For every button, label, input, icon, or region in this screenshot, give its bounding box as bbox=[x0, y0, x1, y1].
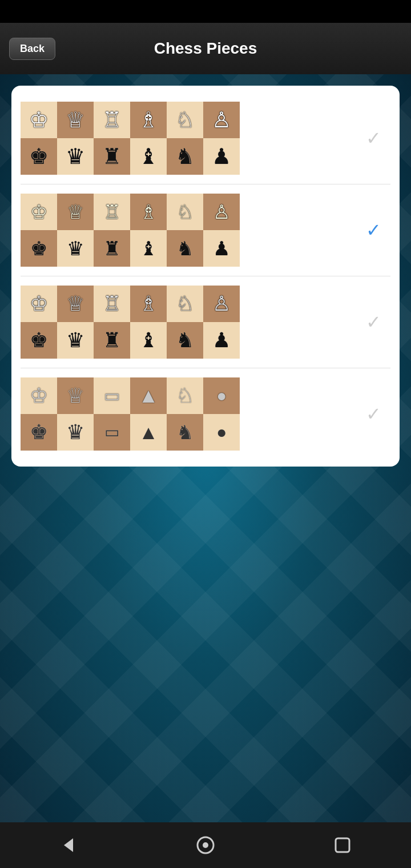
checkmark-3: ✓ bbox=[356, 311, 390, 333]
cell-4-3: ▭ bbox=[94, 377, 130, 414]
cell-1-8: ♛ bbox=[57, 138, 94, 175]
piece-set-1-bottom-row: ♚ ♛ ♜ ♝ ♞ ♟ bbox=[21, 138, 356, 175]
piece-set-row-3[interactable]: ♔ ♕ ♖ ♗ ♘ ♙ ♚ ♛ ♜ ♝ ♞ ♟ ✓ bbox=[21, 276, 390, 368]
cell-4-7: ♚ bbox=[21, 414, 57, 451]
cell-1-7: ♚ bbox=[21, 138, 57, 175]
checkmark-4: ✓ bbox=[356, 403, 390, 425]
page-title: Chess Pieces bbox=[154, 39, 257, 58]
cell-2-4: ♗ bbox=[130, 194, 167, 230]
cell-4-6: ● bbox=[203, 377, 240, 414]
cell-2-8: ♛ bbox=[57, 230, 94, 267]
cell-4-4: ▲ bbox=[130, 377, 167, 414]
cell-3-9: ♜ bbox=[94, 322, 130, 359]
cell-4-8: ♛ bbox=[57, 414, 94, 451]
header: Back Chess Pieces bbox=[0, 23, 411, 74]
cell-1-5: ♘ bbox=[167, 102, 203, 138]
cell-3-4: ♗ bbox=[130, 286, 167, 322]
status-bar bbox=[0, 0, 411, 23]
cell-2-2: ♕ bbox=[57, 194, 94, 230]
cell-2-7: ♚ bbox=[21, 230, 57, 267]
checkmark-1: ✓ bbox=[356, 127, 390, 149]
cell-2-6: ♙ bbox=[203, 194, 240, 230]
nav-home-button[interactable] bbox=[188, 828, 223, 862]
cell-1-2: ♕ bbox=[57, 102, 94, 138]
piece-set-4-bottom-row: ♚ ♛ ▭ ▲ ♞ ● bbox=[21, 414, 356, 451]
cell-4-10: ▲ bbox=[130, 414, 167, 451]
cell-2-1: ♔ bbox=[21, 194, 57, 230]
cell-2-5: ♘ bbox=[167, 194, 203, 230]
cell-1-3: ♖ bbox=[94, 102, 130, 138]
piece-set-3-top-row: ♔ ♕ ♖ ♗ ♘ ♙ bbox=[21, 286, 356, 322]
back-button[interactable]: Back bbox=[9, 38, 55, 60]
cell-2-10: ♝ bbox=[130, 230, 167, 267]
cell-3-8: ♛ bbox=[57, 322, 94, 359]
svg-marker-0 bbox=[64, 838, 73, 852]
piece-set-image-3: ♔ ♕ ♖ ♗ ♘ ♙ ♚ ♛ ♜ ♝ ♞ ♟ bbox=[21, 286, 356, 359]
nav-recent-button[interactable] bbox=[325, 828, 360, 862]
svg-rect-3 bbox=[336, 838, 349, 852]
piece-set-row-1[interactable]: ♔ ♕ ♖ ♗ ♘ ♙ ♚ ♛ ♜ ♝ ♞ ♟ ✓ bbox=[21, 93, 390, 184]
piece-set-image-2: ♔ ♕ ♖ ♗ ♘ ♙ ♚ ♛ ♜ ♝ ♞ ♟ bbox=[21, 194, 356, 267]
cell-4-12: ● bbox=[203, 414, 240, 451]
cell-3-11: ♞ bbox=[167, 322, 203, 359]
piece-set-image-1: ♔ ♕ ♖ ♗ ♘ ♙ ♚ ♛ ♜ ♝ ♞ ♟ bbox=[21, 102, 356, 175]
piece-sets-card: ♔ ♕ ♖ ♗ ♘ ♙ ♚ ♛ ♜ ♝ ♞ ♟ ✓ bbox=[11, 86, 400, 467]
recent-nav-icon bbox=[335, 837, 350, 853]
cell-3-12: ♟ bbox=[203, 322, 240, 359]
cell-3-2: ♕ bbox=[57, 286, 94, 322]
piece-set-row-2[interactable]: ♔ ♕ ♖ ♗ ♘ ♙ ♚ ♛ ♜ ♝ ♞ ♟ ✓ bbox=[21, 184, 390, 276]
cell-1-4: ♗ bbox=[130, 102, 167, 138]
nav-back-button[interactable] bbox=[51, 828, 86, 862]
piece-set-image-4: ♔ ♕ ▭ ▲ ♘ ● ♚ ♛ ▭ ▲ ♞ ● bbox=[21, 377, 356, 451]
cell-4-1: ♔ bbox=[21, 377, 57, 414]
cell-1-11: ♞ bbox=[167, 138, 203, 175]
cell-3-5: ♘ bbox=[167, 286, 203, 322]
svg-point-2 bbox=[203, 842, 208, 848]
cell-1-1: ♔ bbox=[21, 102, 57, 138]
piece-set-row-4[interactable]: ♔ ♕ ▭ ▲ ♘ ● ♚ ♛ ▭ ▲ ♞ ● ✓ bbox=[21, 368, 390, 460]
cell-1-9: ♜ bbox=[94, 138, 130, 175]
cell-4-5: ♘ bbox=[167, 377, 203, 414]
piece-set-2-top-row: ♔ ♕ ♖ ♗ ♘ ♙ bbox=[21, 194, 356, 230]
piece-set-3-bottom-row: ♚ ♛ ♜ ♝ ♞ ♟ bbox=[21, 322, 356, 359]
cell-4-2: ♕ bbox=[57, 377, 94, 414]
cell-3-10: ♝ bbox=[130, 322, 167, 359]
cell-1-12: ♟ bbox=[203, 138, 240, 175]
checkmark-2: ✓ bbox=[356, 219, 390, 241]
cell-3-7: ♚ bbox=[21, 322, 57, 359]
back-nav-icon bbox=[59, 836, 78, 854]
cell-3-1: ♔ bbox=[21, 286, 57, 322]
main-background: ♔ ♕ ♖ ♗ ♘ ♙ ♚ ♛ ♜ ♝ ♞ ♟ ✓ bbox=[0, 74, 411, 822]
cell-4-9: ▭ bbox=[94, 414, 130, 451]
piece-set-1-top-row: ♔ ♕ ♖ ♗ ♘ ♙ bbox=[21, 102, 356, 138]
cell-2-3: ♖ bbox=[94, 194, 130, 230]
piece-set-4-top-row: ♔ ♕ ▭ ▲ ♘ ● bbox=[21, 377, 356, 414]
cell-2-9: ♜ bbox=[94, 230, 130, 267]
nav-bar bbox=[0, 822, 411, 868]
home-nav-icon bbox=[195, 835, 216, 855]
cell-3-6: ♙ bbox=[203, 286, 240, 322]
cell-1-6: ♙ bbox=[203, 102, 240, 138]
piece-set-2-bottom-row: ♚ ♛ ♜ ♝ ♞ ♟ bbox=[21, 230, 356, 267]
cell-2-11: ♞ bbox=[167, 230, 203, 267]
cell-3-3: ♖ bbox=[94, 286, 130, 322]
cell-1-10: ♝ bbox=[130, 138, 167, 175]
cell-4-11: ♞ bbox=[167, 414, 203, 451]
cell-2-12: ♟ bbox=[203, 230, 240, 267]
